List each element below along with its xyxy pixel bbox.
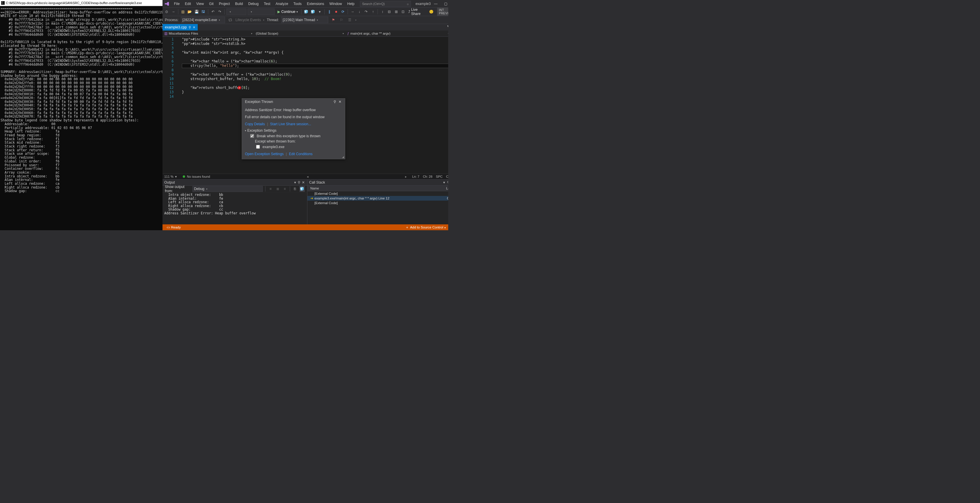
menu-item-extensions[interactable]: Extensions (304, 1, 327, 7)
break-all-button[interactable]: ∥ (326, 9, 332, 15)
hot-reload-button[interactable]: 🧊 (303, 9, 309, 15)
stack-frame-button[interactable]: ☰ (347, 17, 353, 23)
live-share-button[interactable]: ⤴ Live Share (408, 8, 427, 16)
pane-close-icon[interactable]: ✕ (301, 180, 305, 185)
window-controls: — ▢ ✕ (431, 2, 448, 6)
toggle-button-4[interactable]: ⊡ (400, 9, 406, 15)
call-stack-header[interactable]: Name Lang (307, 186, 448, 191)
call-stack-rows[interactable]: [External Code]➔example3.exe!main(int ar… (307, 191, 448, 224)
minimize-button[interactable]: — (431, 2, 441, 6)
edit-conditions-link[interactable]: Edit Conditions (289, 152, 313, 156)
cycle-process-button[interactable]: ⮔ (228, 17, 233, 23)
vs-titlebar[interactable]: FileEditViewGitProjectBuildDebugTestAnal… (162, 0, 448, 7)
menu-item-debug[interactable]: Debug (245, 1, 261, 7)
error-glyph-icon[interactable]: ✕ (238, 86, 241, 89)
col-indicator[interactable]: Ch: 28 (423, 175, 432, 178)
save-all-button[interactable]: 🖫 (200, 9, 206, 15)
global-search-input[interactable]: Search (Ctrl+Q) ⌕ (360, 1, 411, 7)
pane-options-icon[interactable]: ▾ (442, 180, 446, 185)
threads-dropdown[interactable]: ▾ (317, 9, 323, 15)
show-next-statement-button[interactable]: → (350, 9, 355, 15)
pin-popup-icon[interactable]: ⚲ (332, 100, 337, 104)
nav-fwd-button[interactable]: → (170, 9, 176, 15)
pane-pin-icon[interactable]: ⚲ (297, 180, 301, 185)
new-item-button[interactable]: ▧ (180, 9, 186, 15)
menu-item-help[interactable]: Help (345, 1, 357, 7)
stop-debug-button[interactable]: ■ (333, 9, 339, 15)
output-filter-dropdown[interactable]: Debug▾ (192, 186, 263, 192)
open-exception-settings-link[interactable]: Open Exception Settings (245, 152, 284, 156)
console-titlebar[interactable]: C:\ C:\MSDN\cpp-docs-pr\docs\c-language\… (0, 0, 162, 6)
menu-item-view[interactable]: View (194, 1, 207, 7)
copy-details-link[interactable]: Copy Details (245, 122, 265, 126)
break-when-checkbox[interactable] (250, 134, 254, 138)
glyph-margin[interactable] (177, 37, 182, 174)
redo-button[interactable]: ↷ (217, 9, 222, 15)
save-button[interactable]: 💾 (194, 9, 199, 15)
menu-item-edit[interactable]: Edit (182, 1, 194, 7)
output-goto-button[interactable]: ⎘ (293, 186, 298, 192)
toggle-button-3[interactable]: ⊞ (393, 9, 399, 15)
add-source-control-button[interactable]: ＋ Add to Source Control ▴ (403, 225, 448, 230)
menu-item-build[interactable]: Build (232, 1, 246, 7)
call-stack-row[interactable]: [External Code] (307, 201, 448, 205)
document-tab-example3[interactable]: example3.cpp ⚲ ✕ (162, 24, 198, 30)
menu-item-git[interactable]: Git (207, 1, 216, 7)
nav-scope-dropdown[interactable]: (Global Scope) ▾ (254, 32, 345, 35)
thread-dropdown[interactable]: [22392] Main Thread▾ (281, 17, 328, 23)
process-dropdown[interactable]: [28224] example3.exe▾ (181, 17, 225, 23)
pin-icon[interactable]: ⚲ (189, 25, 191, 29)
exception-settings-header[interactable]: ▾ Exception Settings (245, 129, 342, 132)
toggle-button-2[interactable]: ⊟ (387, 9, 392, 15)
solution-platform-dropdown[interactable]: ▾ (248, 8, 275, 15)
pane-options-icon[interactable]: ▾ (293, 180, 297, 185)
thread-only-button[interactable]: ⚐ (339, 17, 345, 23)
close-tab-icon[interactable]: ✕ (193, 25, 196, 29)
nav-project-dropdown[interactable]: ▥ Miscellaneous Files ▾ (162, 31, 254, 35)
step-over-button[interactable]: ↷ (363, 9, 369, 15)
call-stack-row[interactable]: [External Code] (307, 191, 448, 196)
output-toggle-button[interactable]: ≣ (275, 186, 280, 192)
code-editor[interactable]: 1234567891011121314 "pp">#include "str">… (162, 37, 448, 174)
line-indicator[interactable]: Ln: 7 (412, 175, 419, 178)
open-button[interactable]: 📂 (187, 9, 192, 15)
solution-config-dropdown[interactable]: ▾ (226, 8, 247, 15)
close-popup-icon[interactable]: ✕ (337, 100, 343, 104)
resize-grip-icon[interactable]: ◢ (342, 156, 344, 158)
flag-button[interactable]: ⚑ (331, 17, 336, 23)
menu-item-analyze[interactable]: Analyze (273, 1, 291, 7)
output-stop-button[interactable]: 🧊 (299, 186, 305, 192)
menu-item-window[interactable]: Window (327, 1, 345, 7)
feedback-button[interactable]: 🙂 (428, 9, 434, 15)
break-when-label: Break when this exception type is thrown (257, 134, 320, 138)
except-item-checkbox[interactable] (256, 145, 260, 149)
call-stack-row[interactable]: ➔example3.exe!main(int argc, char * * ar… (307, 196, 448, 201)
console-output[interactable]: ========================================… (0, 6, 162, 230)
toggle-button-1[interactable]: ↕ (380, 9, 385, 15)
lineending-indicator[interactable]: CRLF (446, 175, 448, 178)
step-out-button[interactable]: ↑ (370, 9, 376, 15)
step-into-button[interactable]: ↓ (356, 9, 362, 15)
editor-status-bar: 111 % ▾ No issues found ◂ ▸ Ln: 7 Ch: 28… (162, 174, 448, 179)
tabwell-dropdown[interactable]: ▾ (445, 24, 448, 30)
menu-item-file[interactable]: File (171, 1, 182, 7)
zoom-dropdown[interactable]: 111 % ▾ (164, 175, 177, 178)
issues-text[interactable]: No issues found (187, 175, 210, 178)
undo-button[interactable]: ↶ (210, 9, 216, 15)
int-preview-badge[interactable]: INT PREVIEW (437, 8, 448, 16)
indent-indicator[interactable]: SPC (436, 175, 442, 178)
nav-member-dropdown[interactable]: ƒ main(int argc, char ** argv) ▾ (345, 32, 448, 35)
output-clear-button[interactable]: ≡ (268, 186, 273, 192)
pane-pin-icon[interactable]: ⚲ (446, 180, 448, 185)
nav-back-button[interactable]: ⊙ (164, 9, 169, 15)
continue-button[interactable]: ▶ Continue ▾ (276, 9, 299, 14)
menu-item-project[interactable]: Project (216, 1, 232, 7)
start-live-share-link[interactable]: Start Live Share session... (270, 122, 311, 126)
restart-debug-button[interactable]: ⟳ (340, 9, 346, 15)
output-text[interactable]: Intra object redzone: bb ASan internal: … (162, 193, 307, 224)
process-attach-button[interactable]: 🧊 (310, 9, 316, 15)
output-wrap-button[interactable]: ≡ (282, 186, 288, 192)
maximize-button[interactable]: ▢ (441, 2, 448, 6)
menu-item-tools[interactable]: Tools (291, 1, 304, 7)
menu-item-test[interactable]: Test (261, 1, 273, 7)
